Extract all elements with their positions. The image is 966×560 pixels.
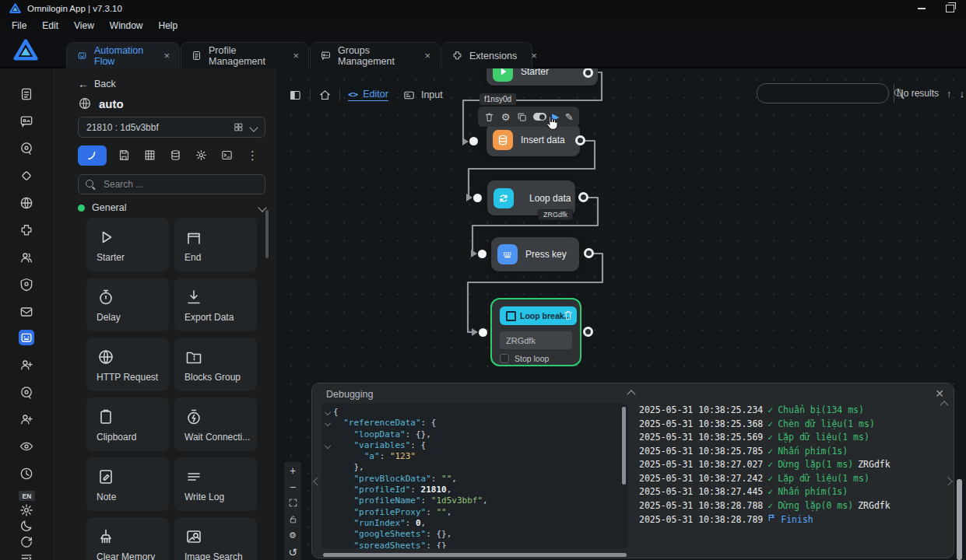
tab-input[interactable]: Input (402, 89, 443, 102)
sidebar-history-icon[interactable] (19, 466, 34, 481)
sidebar-extensions-icon[interactable] (19, 222, 34, 238)
auto-layout-icon[interactable]: ⚙ (284, 527, 301, 544)
language-badge[interactable]: EN (19, 491, 35, 501)
find-prev-icon[interactable]: ↑ (947, 88, 952, 100)
delete-node-icon[interactable] (483, 111, 495, 123)
block-write-log[interactable]: Write Log (174, 457, 257, 511)
menu-edit[interactable]: Edit (35, 19, 65, 33)
panel-left-handle-icon[interactable] (313, 477, 321, 485)
duplicate-node-icon[interactable] (516, 111, 528, 123)
sidebar-network-icon[interactable] (19, 195, 34, 211)
block-export-data[interactable]: Export Data (174, 278, 257, 331)
sidebar-refresh-icon[interactable] (19, 534, 34, 550)
toggle-panel-icon[interactable] (289, 89, 302, 102)
more-options-icon[interactable]: ⋮ (240, 149, 265, 163)
undo-icon[interactable]: ↺ (284, 544, 301, 560)
node-loop-data[interactable]: Loop data ZRGdfk (487, 180, 575, 215)
minimize-button[interactable] (908, 0, 935, 17)
block-clear-memory[interactable]: Clear Memory (86, 517, 169, 560)
rename-node-icon[interactable]: ✎ (565, 111, 574, 123)
json-horizontal-scrollbar[interactable] (323, 553, 627, 557)
search-input[interactable] (102, 178, 258, 191)
table-view-icon[interactable] (137, 149, 163, 162)
zoom-out-icon[interactable]: − (284, 478, 301, 495)
sidebar-invite-icon[interactable] (19, 357, 34, 373)
sidebar-monitoring-icon[interactable] (19, 439, 34, 454)
save-flow-icon[interactable] (111, 149, 137, 162)
sidebar-profiles-icon[interactable] (19, 86, 34, 102)
stop-loop-checkbox[interactable] (500, 354, 509, 363)
port-press-in[interactable] (478, 250, 487, 258)
section-general[interactable]: General (78, 202, 265, 213)
block-image-search[interactable]: Image Search (174, 517, 257, 560)
tab-profile-management[interactable]: Profile Management× (181, 42, 309, 68)
home-icon[interactable] (318, 89, 332, 102)
port-insert-out[interactable] (575, 135, 585, 145)
sidebar-automation-icon[interactable] (19, 330, 34, 345)
sidebar-team-icon[interactable] (19, 250, 34, 265)
flow-settings-icon[interactable] (188, 149, 214, 162)
sidebar-mail-icon[interactable] (19, 304, 34, 320)
find-next-icon[interactable]: ↓ (960, 88, 965, 100)
tab-automation-flow[interactable]: Automation Flow× (66, 42, 180, 68)
port-insert-in[interactable] (469, 137, 478, 145)
menu-help[interactable]: Help (152, 19, 185, 33)
port-break-in[interactable] (479, 328, 487, 337)
node-insert-data[interactable]: Insert data (487, 124, 580, 156)
port-loop-out[interactable] (578, 192, 588, 202)
resources-icon[interactable] (163, 149, 188, 162)
sidebar-groups-icon[interactable] (19, 114, 34, 129)
node-starter[interactable]: Starter (487, 68, 598, 86)
tab-close-icon[interactable]: × (163, 51, 170, 61)
tab-close-icon[interactable]: × (293, 51, 299, 61)
delete-node-icon[interactable] (562, 309, 574, 321)
zoom-in-icon[interactable]: + (284, 462, 301, 478)
find-search-button[interactable] (894, 84, 905, 103)
flow-view-button[interactable] (78, 145, 107, 166)
debug-json-viewer[interactable]: { "referenceData": { "loopData": {}, "va… (321, 404, 628, 548)
sidebar-permissions-icon[interactable] (19, 277, 34, 292)
sidebar-tags-icon[interactable] (19, 168, 34, 184)
block-end[interactable]: End (174, 218, 257, 271)
sidebar-theme-icon[interactable] (19, 518, 34, 534)
block-delay[interactable]: Delay (86, 278, 169, 331)
panel-scrollbar[interactable] (265, 210, 269, 258)
block-clipboard[interactable]: Clipboard (86, 397, 169, 451)
sidebar-changelog-icon[interactable] (19, 551, 34, 560)
sidebar-sync-icon[interactable] (19, 141, 34, 156)
port-break-out[interactable] (583, 327, 593, 337)
collapse-panel-icon[interactable] (627, 390, 635, 398)
lock-icon[interactable] (284, 511, 301, 527)
node-press-key[interactable]: Press key (491, 237, 579, 271)
restore-button[interactable] (936, 0, 963, 17)
close-icon[interactable]: ✕ (935, 387, 944, 400)
block-http-request[interactable]: HTTP Request (86, 338, 169, 391)
block-blocks-group[interactable]: Blocks Group (174, 338, 257, 391)
sidebar-profile-sync-icon[interactable] (19, 385, 34, 401)
tab-close-icon[interactable]: × (424, 51, 430, 61)
loop-id-field[interactable]: ZRGdfk (500, 331, 572, 349)
debug-log[interactable]: 2025-05-31 10:38:25.234✓Chuẩn bị(134 ms)… (639, 404, 947, 553)
find-input[interactable] (757, 88, 894, 99)
block-wait-connecti[interactable]: Wait Connecti... (174, 397, 257, 451)
fold-icon[interactable] (321, 440, 333, 451)
sidebar-settings-icon[interactable] (19, 502, 34, 518)
tab-extensions[interactable]: Extensions× (441, 42, 532, 68)
profile-select[interactable]: 21810 : 1d5v3bbf (78, 117, 265, 138)
json-vertical-scrollbar[interactable] (622, 407, 626, 485)
flow-canvas[interactable]: <> Editor Input No results ↑ ↓ (276, 68, 966, 560)
back-button[interactable]: ← Back (78, 78, 116, 90)
port-press-out[interactable] (584, 248, 594, 258)
tab-groups-management[interactable]: Groups Management× (310, 42, 441, 68)
sidebar-affiliate-icon[interactable] (19, 411, 34, 427)
terminal-icon[interactable] (214, 149, 240, 162)
port-loop-in[interactable] (473, 194, 482, 202)
fold-icon[interactable] (321, 407, 333, 418)
fit-view-icon[interactable] (284, 495, 301, 511)
block-note[interactable]: Note (86, 457, 169, 511)
menu-file[interactable]: File (5, 19, 33, 33)
block-starter[interactable]: Starter (86, 218, 169, 271)
menu-window[interactable]: Window (103, 19, 150, 33)
tab-editor[interactable]: <> Editor (348, 89, 388, 101)
menu-view[interactable]: View (67, 19, 101, 33)
